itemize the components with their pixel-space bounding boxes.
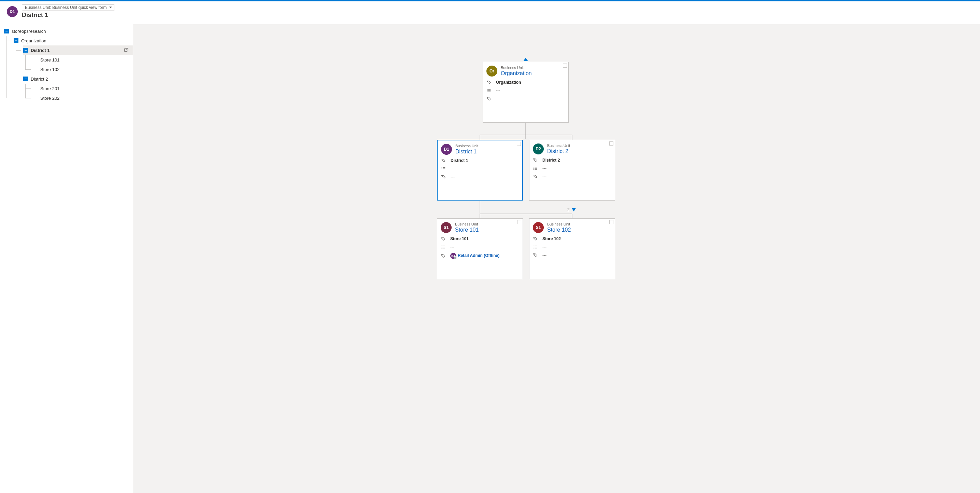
tree-node-organization[interactable]: − Organization xyxy=(14,36,133,45)
tree-panel: − storeopsresearch − Organization − Dist… xyxy=(0,24,133,493)
tag-icon xyxy=(441,175,446,179)
list-icon xyxy=(533,245,538,249)
record-avatar: D1 xyxy=(7,6,18,17)
card-avatar: D1 xyxy=(441,144,452,155)
card-name-value: District 2 xyxy=(542,158,560,163)
hierarchy-card-store101[interactable]: S1 Business Unit Store 101 Store 101 ---… xyxy=(437,218,523,279)
tag-icon xyxy=(533,158,538,163)
card-name-value: Store 101 xyxy=(450,236,469,241)
card-title[interactable]: District 2 xyxy=(547,148,570,155)
card-select-box[interactable] xyxy=(609,220,613,224)
tag-icon xyxy=(441,236,445,241)
card-list-value: --- xyxy=(542,245,546,249)
card-extra-value: --- xyxy=(542,253,546,258)
card-list-value: --- xyxy=(450,166,455,171)
card-select-box[interactable] xyxy=(563,64,567,68)
card-type-label: Business Unit xyxy=(455,144,478,148)
card-type-label: Business Unit xyxy=(455,222,479,226)
card-title[interactable]: District 1 xyxy=(455,148,478,155)
tree-node-store101[interactable]: Store 101 xyxy=(33,55,133,65)
tree-label: Store 101 xyxy=(40,57,59,62)
card-extra-value: --- xyxy=(496,96,500,101)
tree-node-root[interactable]: − storeopsresearch xyxy=(4,26,133,36)
tag-icon xyxy=(441,254,445,258)
card-list-value: --- xyxy=(496,88,500,93)
collapse-icon[interactable]: − xyxy=(23,48,28,53)
card-extra-value: --- xyxy=(450,175,455,179)
child-count-indicator[interactable]: 2 xyxy=(567,207,576,212)
card-avatar: S1 xyxy=(441,222,452,233)
tree-label: Store 102 xyxy=(40,67,59,72)
card-select-box[interactable] xyxy=(609,142,613,145)
tag-icon xyxy=(487,80,491,85)
tree-label: storeopsresearch xyxy=(12,29,46,34)
chevron-down-icon xyxy=(572,208,576,212)
card-extra-value: --- xyxy=(542,174,546,179)
card-select-box[interactable] xyxy=(517,220,521,224)
hierarchy-card-district1[interactable]: D1 Business Unit District 1 District 1 -… xyxy=(437,140,523,201)
card-avatar: S1 xyxy=(533,222,544,233)
tree-node-store102[interactable]: Store 102 xyxy=(33,65,133,74)
svg-rect-0 xyxy=(124,48,127,51)
tag-icon xyxy=(441,158,446,163)
collapse-icon[interactable]: − xyxy=(4,29,9,34)
tag-icon xyxy=(533,174,538,179)
hierarchy-card-district2[interactable]: D2 Business Unit District 2 District 2 -… xyxy=(529,140,615,201)
card-admin-value[interactable]: RARetail Admin (Offline) xyxy=(450,253,500,259)
form-selector-label: Business Unit: Business Unit quick view … xyxy=(25,5,107,10)
card-name-value: Store 102 xyxy=(542,236,561,241)
record-header: D1 Business Unit: Business Unit quick vi… xyxy=(0,2,980,24)
child-count-value: 2 xyxy=(567,207,570,212)
tree-label: District 2 xyxy=(31,77,48,81)
tree-node-store202[interactable]: Store 202 xyxy=(33,93,133,103)
tag-icon xyxy=(533,253,538,258)
card-name-value: District 1 xyxy=(450,158,468,163)
tree-node-district1[interactable]: − District 1 xyxy=(23,45,133,55)
list-icon xyxy=(441,166,446,171)
tag-icon xyxy=(487,96,491,101)
tree-label: Store 202 xyxy=(40,96,59,101)
tree-node-store201[interactable]: Store 201 xyxy=(33,84,133,93)
record-title: District 1 xyxy=(22,12,115,19)
popout-icon[interactable] xyxy=(124,48,129,53)
tree-label: Organization xyxy=(21,38,46,43)
card-type-label: Business Unit xyxy=(547,144,570,148)
card-title[interactable]: Organization xyxy=(501,70,532,77)
presence-avatar: RA xyxy=(450,253,457,259)
list-icon xyxy=(533,166,538,171)
form-selector[interactable]: Business Unit: Business Unit quick view … xyxy=(22,4,115,11)
card-title[interactable]: Store 102 xyxy=(547,227,571,233)
card-list-value: --- xyxy=(450,245,454,249)
card-name-value: Organization xyxy=(496,80,521,85)
card-select-box[interactable] xyxy=(517,142,521,146)
tree-label: Store 201 xyxy=(40,86,59,91)
tree-node-district2[interactable]: − District 2 xyxy=(23,74,133,84)
card-avatar: Or xyxy=(487,65,497,77)
list-icon xyxy=(441,245,445,249)
card-title[interactable]: Store 101 xyxy=(455,227,479,233)
tree-label: District 1 xyxy=(31,48,50,53)
tag-icon xyxy=(533,236,538,241)
hierarchy-card-organization[interactable]: Or Business Unit Organization Organizati… xyxy=(483,62,569,123)
card-list-value: --- xyxy=(542,166,546,171)
list-icon xyxy=(487,88,491,93)
card-type-label: Business Unit xyxy=(547,222,571,226)
collapse-icon[interactable]: − xyxy=(14,38,18,43)
nav-up-arrow[interactable] xyxy=(523,57,528,62)
hierarchy-card-store102[interactable]: S1 Business Unit Store 102 Store 102 ---… xyxy=(529,218,615,279)
card-avatar: D2 xyxy=(533,144,544,155)
collapse-icon[interactable]: − xyxy=(23,77,28,81)
hierarchy-panel: Or Business Unit Organization Organizati… xyxy=(133,24,980,493)
card-type-label: Business Unit xyxy=(501,65,532,70)
